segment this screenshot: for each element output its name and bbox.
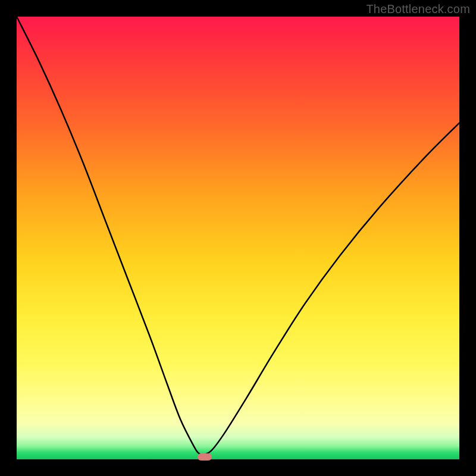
watermark-text: TheBottleneck.com — [366, 2, 470, 16]
curve-svg — [17, 17, 459, 459]
plot-area — [17, 17, 459, 459]
bottleneck-curve — [17, 17, 459, 455]
chart-frame: TheBottleneck.com — [0, 0, 476, 476]
optimal-marker — [198, 453, 212, 461]
